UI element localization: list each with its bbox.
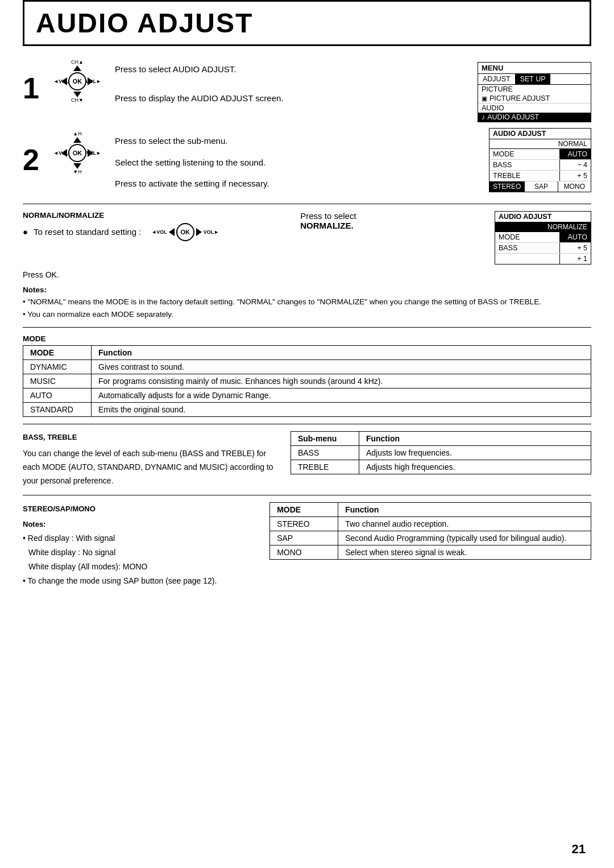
step2-text3: Press to activate the setting if necessa…	[115, 176, 478, 191]
stereo-mode-cell: STEREO	[270, 516, 338, 531]
normalize-row: ● To reset to standard setting : ◄VOL OK…	[23, 223, 300, 241]
divider-3	[23, 424, 591, 424]
menu-row-picture-adjust-label: PICTURE ADJUST	[489, 94, 550, 102]
aa2-bass-label: BASS	[495, 243, 559, 253]
aa1-treble-label: TREBLE	[489, 171, 559, 181]
step2-text: Press to select the sub-menu. Select the…	[103, 128, 489, 197]
step2-text2: Select the setting listening to the soun…	[115, 155, 478, 170]
divider-2	[23, 327, 591, 328]
mode-table-header-row: MODE Function	[23, 346, 591, 360]
stereo-col-mode: MODE	[270, 502, 338, 516]
menu-tab-setup: SET UP	[516, 74, 550, 84]
aa1-title: AUDIO ADJUST	[489, 129, 591, 139]
bass-treble-title: BASS, TREBLE	[23, 431, 273, 444]
mode-table-body: DYNAMICGives contrast to sound.MUSICFor …	[23, 360, 591, 417]
mode-table-row: MUSICFor programs consisting mainly of m…	[23, 374, 591, 388]
aa1-mode-label: MODE	[489, 149, 559, 159]
section-1: 1 CH▲ ◄VOL OK VOL► CH▼ Press to select A…	[23, 56, 591, 122]
audio-adjust-box-1: AUDIO ADJUST NORMAL MODE AUTO BASS − 4 T…	[489, 128, 591, 192]
remote3-inline: ◄VOL OK VOL►	[151, 223, 219, 241]
remote3-arrow-left	[169, 228, 175, 236]
submenu-cell: BASS	[291, 446, 359, 460]
stereo-note-white-text: White display : No signal	[28, 548, 115, 557]
mode-cell: STANDARD	[23, 403, 92, 417]
remote1-bottom-label: CH▼	[71, 97, 84, 103]
notes-title: Notes:	[23, 286, 47, 294]
remote2-arrow-up	[73, 137, 81, 143]
normalize-left: NORMAL/NORMALIZE ● To reset to standard …	[23, 211, 300, 245]
stereo-function-cell: Two channel audio reception.	[338, 516, 591, 531]
mode-section: MODE MODE Function DYNAMICGives contrast…	[23, 334, 591, 417]
normalize-section: NORMAL/NORMALIZE ● To reset to standard …	[23, 211, 591, 264]
normalize-bullet: ●	[23, 227, 28, 237]
remote2-right-label: VdL►	[86, 150, 101, 156]
function-cell: Emits the original sound.	[92, 403, 591, 417]
function-cell: Adjusts low frequencies.	[359, 446, 591, 460]
stereo-table-row: MONOSelect when stereo signal is weak.	[270, 545, 591, 559]
stereo-note-red: • Red display : With signal	[23, 531, 252, 545]
stereo-note-sap-bullet: •	[23, 576, 28, 585]
remote1-arrow-up	[73, 65, 81, 71]
remote1-left-label: ◄VOL	[53, 78, 69, 84]
remote1-top-label: CH▲	[71, 59, 84, 65]
aa1-mono: MONO	[558, 181, 591, 192]
picture-adjust-icon: ▣	[482, 95, 487, 102]
stereo-note-white: White display : No signal	[28, 545, 252, 560]
step-number-2: 2	[23, 145, 51, 175]
remote-diagram-1: CH▲ ◄VOL OK VOL► CH▼	[51, 56, 103, 106]
remote1-right-label: VOL►	[86, 78, 101, 84]
aa2-extra-label	[495, 254, 559, 264]
mode-table-row: STANDARDEmits the original sound.	[23, 403, 591, 417]
aa1-stereo-row: STEREO SAP MONO	[489, 181, 591, 192]
stereo-col-function: Function	[338, 502, 591, 516]
function-col-header: Function	[92, 346, 591, 360]
bass-treble-left: BASS, TREBLE You can change the level of…	[23, 431, 273, 487]
remote2-left-label: ◄VdL	[53, 150, 68, 156]
stereo-section: STEREO/SAP/MONO Notes: • Red display : W…	[23, 502, 591, 589]
mode-table-row: AUTOAutomatically adjusts for a wide Dyn…	[23, 388, 591, 403]
audio-note-icon: ♪	[482, 113, 485, 121]
function-cell: Adjusts high frequencies.	[359, 460, 591, 474]
stereo-note-sap-text: To change the mode using SAP button (see…	[28, 576, 217, 585]
bass-treble-table-body: BASSAdjusts low frequencies.TREBLEAdjust…	[291, 446, 591, 474]
stereo-table: MODE Function STEREOTwo channel audio re…	[269, 502, 591, 560]
stereo-header-row: MODE Function	[270, 502, 591, 516]
remote-diagram-2: ▲H ◄VdL OK VdL► ▼H	[51, 128, 103, 178]
remote3-left-label: ◄VOL	[151, 229, 167, 235]
stereo-mode-cell: MONO	[270, 545, 338, 559]
step1-text2: Press to display the AUDIO ADJUST screen…	[115, 91, 466, 106]
menu-row-picture-adjust: ▣ PICTURE ADJUST	[478, 94, 591, 104]
aa1-mode-row: MODE AUTO	[489, 149, 591, 160]
aa2-extra-value: + 1	[559, 254, 591, 264]
aa2-extra-row: + 1	[495, 254, 591, 264]
stereo-note-red-text: Red display : With signal	[28, 534, 115, 543]
menu-row-audio: AUDIO	[478, 104, 591, 113]
function-cell: Gives contrast to sound.	[92, 360, 591, 374]
bass-treble-section: BASS, TREBLE You can change the level of…	[23, 431, 591, 487]
remote1-arrow-down	[73, 92, 81, 97]
stereo-note-white-all: White display (All modes): MONO	[28, 560, 252, 574]
normalize-title: NORMAL/NORMALIZE	[23, 211, 300, 220]
aa1-stereo: STEREO	[489, 181, 525, 192]
aa1-normal-tag: NORMAL	[489, 139, 591, 149]
remote2-arrow-down	[73, 163, 81, 169]
aa2-mode-label: MODE	[495, 232, 559, 242]
remote3-arrow-right	[196, 228, 202, 236]
press-select-text: Press to select NORMALIZE.	[300, 211, 495, 230]
remote3-right-label: VOL►	[204, 229, 219, 235]
step1-text1: Press to select AUDIO ADJUST.	[115, 62, 466, 77]
note2-text: You can normalize each MODE separately.	[27, 310, 173, 319]
menu-row-picture: PICTURE	[478, 85, 591, 94]
page-number: 21	[572, 842, 586, 857]
menu-row-audio-adjust: ♪ AUDIO ADJUST	[478, 113, 591, 122]
stereo-note-white-all-text: White display (All modes): MONO	[28, 562, 147, 571]
remote2-bottom-label: ▼H	[73, 169, 81, 175]
remote2-top-label: ▲H	[73, 131, 81, 137]
stereo-section-title: STEREO/SAP/MONO	[23, 502, 252, 515]
remote2-ok-btn: OK	[68, 144, 86, 162]
menu-box-1: MENU ADJUST SET UP PICTURE ▣ PICTURE ADJ…	[478, 62, 591, 122]
step2-text1: Press to select the sub-menu.	[115, 134, 478, 148]
aa1-mode-value: AUTO	[559, 149, 591, 159]
press-ok-label: Press OK.	[23, 270, 59, 279]
mode-table: MODE Function DYNAMICGives contrast to s…	[23, 345, 591, 417]
